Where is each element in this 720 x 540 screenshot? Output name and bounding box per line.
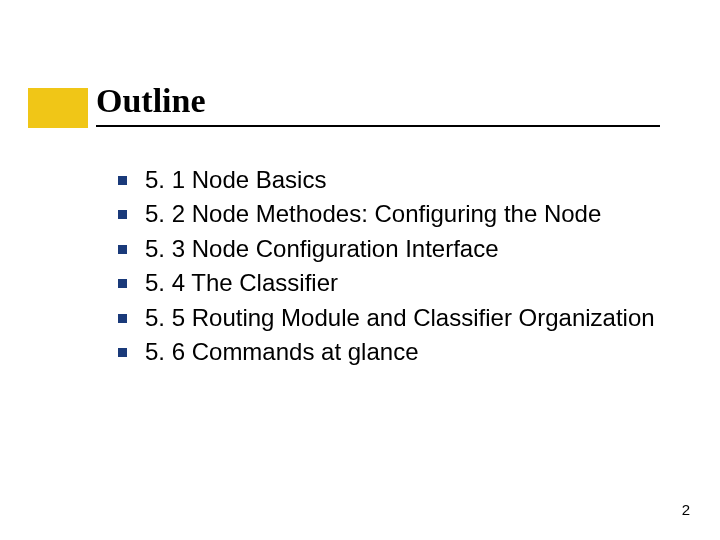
list-item: 5. 5 Routing Module and Classifier Organ… — [118, 302, 660, 334]
page-number: 2 — [682, 501, 690, 518]
list-item-text: 5. 4 The Classifier — [145, 267, 338, 299]
square-bullet-icon — [118, 279, 127, 288]
list-item-text: 5. 3 Node Configuration Interface — [145, 233, 499, 265]
square-bullet-icon — [118, 245, 127, 254]
slide-title: Outline — [96, 82, 660, 123]
list-item-text: 5. 6 Commands at glance — [145, 336, 418, 368]
list-item: 5. 1 Node Basics — [118, 164, 660, 196]
list-item: 5. 2 Node Methodes: Configuring the Node — [118, 198, 660, 230]
list-item-text: 5. 5 Routing Module and Classifier Organ… — [145, 302, 655, 334]
square-bullet-icon — [118, 210, 127, 219]
square-bullet-icon — [118, 314, 127, 323]
square-bullet-icon — [118, 176, 127, 185]
content-area: 5. 1 Node Basics 5. 2 Node Methodes: Con… — [118, 164, 660, 370]
list-item-text: 5. 2 Node Methodes: Configuring the Node — [145, 198, 601, 230]
list-item-text: 5. 1 Node Basics — [145, 164, 326, 196]
title-container: Outline — [96, 82, 660, 127]
square-bullet-icon — [118, 348, 127, 357]
list-item: 5. 3 Node Configuration Interface — [118, 233, 660, 265]
list-item: 5. 4 The Classifier — [118, 267, 660, 299]
accent-block — [28, 88, 88, 128]
title-underline — [96, 125, 660, 127]
list-item: 5. 6 Commands at glance — [118, 336, 660, 368]
